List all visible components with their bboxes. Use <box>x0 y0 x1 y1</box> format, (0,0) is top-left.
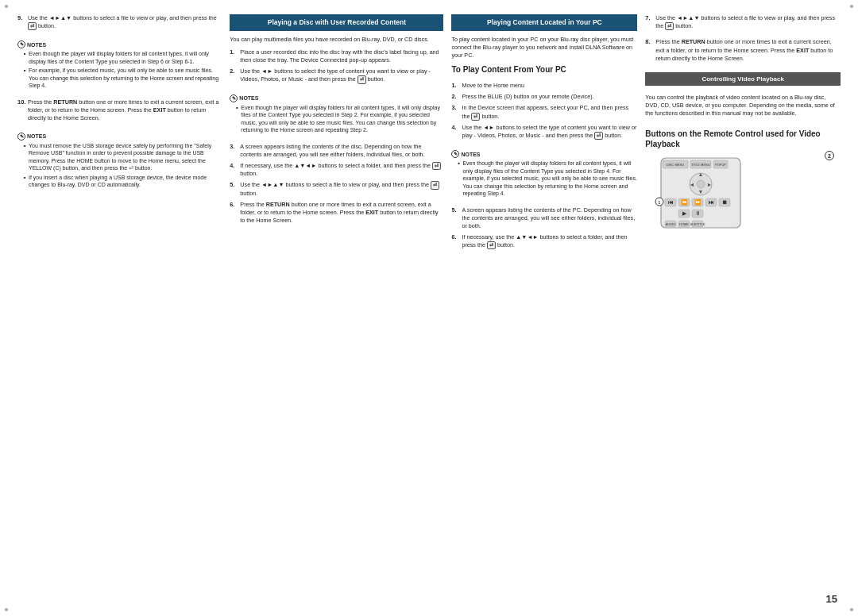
col2-step-2-num: 2. <box>230 67 238 83</box>
controlling-text: You can control the playback of video co… <box>645 94 841 117</box>
col2-notes-title: ✎ NOTES <box>230 94 443 102</box>
col3-note-item-1: Even though the player will display fold… <box>458 160 637 197</box>
col3-notes-title: ✎ NOTES <box>451 150 637 158</box>
svg-text:⏹: ⏹ <box>722 199 728 205</box>
svg-text:⏸: ⏸ <box>695 210 701 216</box>
step-7-num: 7. <box>645 14 653 30</box>
step-10-text: Press the RETURN button one or more time… <box>28 98 222 122</box>
svg-text:◄: ◄ <box>690 182 695 187</box>
col2-step-5: 5. Use the ◄►▲▼ buttons to select a file… <box>230 181 443 197</box>
notes-2-list: You must remove the USB storage device s… <box>17 142 222 189</box>
remote-illustration: 2 DISC MENU TITLE MENU POPUP <box>645 154 841 235</box>
col2-notes: ✎ NOTES Even though the player will disp… <box>230 94 443 136</box>
col3-step-3-text: In the Device screen that appears, selec… <box>462 104 637 120</box>
col3-step-3-num: 3. <box>451 104 459 120</box>
col2-step-6: 6. Press the RETURN button one or more t… <box>230 201 443 225</box>
col2-step-6-num: 6. <box>230 201 238 225</box>
svg-text:⏪: ⏪ <box>681 198 688 206</box>
col3-steps-2: 5. A screen appears listing the contents… <box>451 206 637 253</box>
col3-step-6-num: 6. <box>451 233 459 249</box>
svg-text:POPUP: POPUP <box>715 163 726 167</box>
note-icon-c2: ✎ <box>230 94 238 102</box>
notes-1: ✎ NOTES Even though the player will disp… <box>17 40 222 90</box>
step-10-block: 10. Press the RETURN button one or more … <box>17 98 222 122</box>
col2-step-3: 3. A screen appears listing the contents… <box>230 143 443 159</box>
svg-text:►: ► <box>707 182 713 187</box>
column-4: 7. Use the ◄►▲▼ buttons to select a file… <box>645 14 841 252</box>
col3-step-5-text: A screen appears listing the contents of… <box>462 206 637 230</box>
page-number: 15 <box>826 593 837 605</box>
enter-btn-c3-3: ⏎ <box>471 113 480 121</box>
notes-1-title: ✎ NOTES <box>17 40 222 48</box>
controlling-video-header: Controlling Video Playback <box>645 72 841 86</box>
step-8-block: 8. Press the RETURN button one or more t… <box>645 38 841 62</box>
svg-text:AUDIO: AUDIO <box>666 222 676 226</box>
col3-step-6-text: If necessary, use the ▲▼◄► buttons to se… <box>462 233 637 249</box>
col3-step-5-num: 5. <box>451 206 459 230</box>
svg-text:▼: ▼ <box>698 189 704 194</box>
note-1-item-1: Even though the player will display fold… <box>24 50 222 65</box>
svg-text:⏭: ⏭ <box>709 199 714 205</box>
corner-dot-br <box>850 608 853 611</box>
col2-step-6-text: Press the RETURN button one or more time… <box>240 201 443 225</box>
enter-btn-c2-5: ⏎ <box>431 181 439 189</box>
col2-step-2: 2. Use the ◄► buttons to select the type… <box>230 67 443 83</box>
col2-step-2-text: Use the ◄► buttons to select the type of… <box>240 67 443 83</box>
note-icon-1: ✎ <box>17 40 25 48</box>
step-9-text: Use the ◄►▲▼ buttons to select a file to… <box>28 14 222 30</box>
enter-btn-c2: ⏎ <box>358 75 366 83</box>
col3-step-4-text: Use the ◄► buttons to select the type of… <box>462 124 637 140</box>
col3-step-5: 5. A screen appears listing the contents… <box>451 206 637 230</box>
col2-step-1-num: 1. <box>230 48 238 64</box>
col2-step-4-text: If necessary, use the ▲▼◄► buttons to se… <box>240 162 443 178</box>
note-1-item-2: For example, if you selected music, you … <box>24 67 222 89</box>
col3-notes: ✎ NOTES Even though the player will disp… <box>451 150 637 198</box>
notes-1-list: Even though the player will display fold… <box>17 50 222 89</box>
step-9-num: 9. <box>17 14 25 30</box>
col2-step-4: 4. If necessary, use the ▲▼◄► buttons to… <box>230 162 443 178</box>
svg-text:1: 1 <box>659 200 661 205</box>
column-3: Playing Content Located in Your PC To pl… <box>451 14 637 252</box>
step-10-num: 10. <box>17 98 25 122</box>
svg-text:⏩: ⏩ <box>694 198 701 206</box>
col2-step-5-num: 5. <box>230 181 238 197</box>
col2-step-3-num: 3. <box>230 143 238 159</box>
col3-step-3: 3. In the Device screen that appears, se… <box>451 104 637 120</box>
notes-2: ✎ NOTES You must remove the USB storage … <box>17 133 222 191</box>
svg-text:▲: ▲ <box>698 171 704 177</box>
col2-step-1: 1. Place a user recorded disc into the d… <box>230 48 443 64</box>
step-9-block: 9. Use the ◄►▲▼ buttons to select a file… <box>17 14 222 30</box>
col2-steps-2: 3. A screen appears listing the contents… <box>230 143 443 228</box>
step-7-block: 7. Use the ◄►▲▼ buttons to select a file… <box>645 14 841 30</box>
enter-btn-c3-6: ⏎ <box>487 241 496 249</box>
col2-step-4-num: 4. <box>230 162 238 178</box>
col2-notes-list: Even though the player will display fold… <box>230 104 443 134</box>
svg-text:⏮: ⏮ <box>668 199 674 205</box>
notes-2-title: ✎ NOTES <box>17 133 222 141</box>
col2-steps-1: 1. Place a user recorded disc into the d… <box>230 48 443 87</box>
col3-notes-list: Even though the player will display fold… <box>451 160 637 197</box>
corner-dot-tr <box>850 5 853 8</box>
col3-steps-1: 1. Move to the Home menu 2. Press the BL… <box>451 82 637 143</box>
col3-step-2: 2. Press the BLUE (D) button on your rem… <box>451 93 637 101</box>
col3-intro: To play content located in your PC on yo… <box>451 36 637 60</box>
col2-note-item-1: Even though the player will display fold… <box>236 104 443 134</box>
col3-step-1-text: Move to the Home menu <box>462 82 524 90</box>
col3-header: Playing Content Located in Your PC <box>451 14 637 31</box>
step-7-text: Use the ◄►▲▼ buttons to select a file to… <box>655 14 841 30</box>
label-2-circle: 2 <box>825 151 834 160</box>
step-8-text: Press the RETURN button one or more time… <box>655 38 841 62</box>
step-8-num: 8. <box>645 38 653 62</box>
svg-text:SUBTITLE: SUBTITLE <box>690 222 705 226</box>
col2-header: Playing a Disc with User Recorded Conten… <box>230 14 443 31</box>
svg-text:DISC MENU: DISC MENU <box>667 163 685 167</box>
svg-text:TITLE MENU: TITLE MENU <box>691 163 710 167</box>
col2-step-1-text: Place a user recorded disc into the disc… <box>240 48 443 64</box>
col3-step-1: 1. Move to the Home menu <box>451 82 637 90</box>
col2-step-3-text: A screen appears listing the contents of… <box>240 143 443 159</box>
col3-step-1-num: 1. <box>451 82 459 90</box>
buttons-heading: Buttons on the Remote Control used for V… <box>645 129 841 149</box>
corner-dot-bl <box>5 608 8 611</box>
corner-dot-tl <box>5 5 8 8</box>
col3-heading: To Play Content From Your PC <box>451 64 637 75</box>
